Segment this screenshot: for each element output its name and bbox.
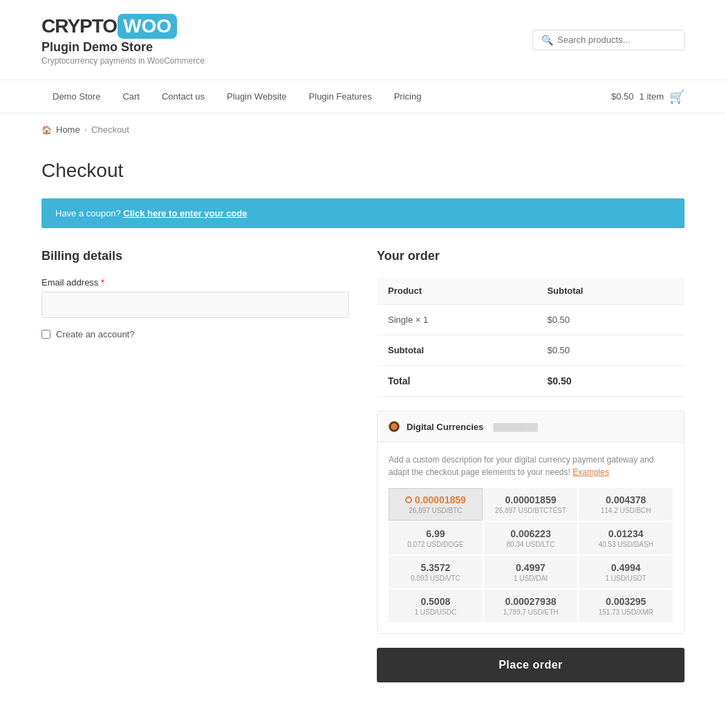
order-title: Your order [377, 249, 685, 263]
crypto-btc[interactable]: 0.00001859 26,897 USD/BTC [389, 488, 483, 521]
payment-label: Digital Currencies [407, 422, 483, 432]
logo-tagline: Cryptocurrency payments in WooCommerce [41, 56, 205, 66]
create-account-label[interactable]: Create an account? [56, 329, 134, 339]
total-value: $0.50 [536, 366, 685, 397]
nav-plugin-features[interactable]: Plugin Features [298, 80, 383, 113]
nav-pricing[interactable]: Pricing [383, 80, 433, 113]
crypto-ltc[interactable]: 0.006223 80.34 USD/LTC [484, 522, 578, 554]
total-row: Total $0.50 [377, 366, 685, 397]
search-box[interactable]: 🔍 [532, 30, 685, 50]
crypto-dai[interactable]: 0.4997 1 USD/DAI [484, 556, 578, 588]
nav-cart[interactable]: Cart [111, 80, 151, 113]
payment-radio[interactable] [389, 421, 400, 432]
subtotal-label: Subtotal [377, 335, 536, 366]
crypto-usdt[interactable]: 0.4994 1 USD/USDT [579, 556, 673, 588]
logo-subtitle: Plugin Demo Store [41, 40, 205, 55]
crypto-btctest[interactable]: 0.00001859 26,897 USD/BTCTEST [484, 488, 578, 521]
main-content: Checkout Have a coupon? Click here to en… [0, 146, 726, 710]
cart-price: $0.50 [611, 91, 634, 102]
site-header: CRYPTO WOO Plugin Demo Store Cryptocurre… [0, 0, 726, 80]
billing-title: Billing details [41, 249, 349, 263]
crypto-dash[interactable]: 0.01234 40.53 USD/DASH [579, 522, 673, 554]
breadcrumb-current: Checkout [91, 124, 129, 135]
crypto-eth[interactable]: 0.00027938 1,789.7 USD/ETH [484, 590, 578, 622]
place-order-button[interactable]: Place order [377, 648, 685, 682]
payment-option[interactable]: Digital Currencies ▓▓▓▓▓▓▓▓ [378, 411, 684, 442]
product-subtotal: $0.50 [536, 305, 685, 335]
payment-section: Digital Currencies ▓▓▓▓▓▓▓▓ Add a custom… [377, 411, 685, 634]
cart-icon: 🛒 [669, 89, 685, 104]
page-title: Checkout [41, 160, 685, 182]
nav-links: Demo Store Cart Contact us Plugin Websit… [41, 80, 432, 113]
col-product: Product [377, 277, 536, 305]
order-section: Your order Product Subtotal Single × 1 $… [377, 249, 685, 682]
email-group: Email address * [41, 277, 349, 318]
search-icon: 🔍 [541, 35, 553, 46]
payment-body: Add a custom description for your digita… [378, 442, 684, 633]
crypto-usdc[interactable]: 0.5008 1 USD/USDC [389, 590, 483, 622]
crypto-bch[interactable]: 0.004378 114.2 USD/BCH [579, 488, 673, 521]
cart-info[interactable]: $0.50 1 item 🛒 [611, 89, 685, 104]
nav-demo-store[interactable]: Demo Store [41, 80, 111, 113]
cart-items: 1 item [640, 91, 664, 102]
subtotal-row: Subtotal $0.50 [377, 335, 685, 366]
product-name: Single × 1 [377, 305, 536, 335]
crypto-doge[interactable]: 6.99 0.072 USD/DOGE [389, 522, 483, 554]
total-label: Total [377, 366, 536, 397]
crypto-vtc[interactable]: 5.3572 0.093 USD/VTC [389, 556, 483, 588]
logo: CRYPTO WOO [41, 14, 205, 39]
col-subtotal: Subtotal [536, 277, 685, 305]
breadcrumb-separator: › [84, 124, 87, 135]
header-right: 🔍 [532, 30, 685, 50]
main-nav: Demo Store Cart Contact us Plugin Websit… [0, 80, 726, 113]
order-table: Product Subtotal Single × 1 $0.50 Subtot… [377, 277, 685, 397]
coupon-link[interactable]: Click here to enter your code [123, 208, 247, 218]
crypto-xmr[interactable]: 0.003295 151.73 USD/XMR [579, 590, 673, 622]
search-input[interactable] [557, 35, 676, 45]
nav-contact[interactable]: Contact us [151, 80, 216, 113]
create-account-row: Create an account? [41, 329, 349, 339]
examples-link[interactable]: Examples [573, 467, 609, 477]
logo-area: CRYPTO WOO Plugin Demo Store Cryptocurre… [41, 14, 205, 66]
create-account-checkbox[interactable] [41, 330, 50, 339]
logo-woo: WOO [118, 14, 177, 39]
subtotal-value: $0.50 [536, 335, 685, 366]
coupon-text: Have a coupon? [55, 208, 121, 218]
checkout-grid: Billing details Email address * Create a… [41, 249, 685, 682]
breadcrumb: 🏠 Home › Checkout [0, 113, 726, 146]
billing-section: Billing details Email address * Create a… [41, 249, 349, 682]
email-input[interactable] [41, 292, 349, 318]
email-label: Email address * [41, 277, 349, 288]
crypto-grid: 0.00001859 26,897 USD/BTC 0.00001859 26,… [389, 488, 673, 622]
breadcrumb-home[interactable]: Home [56, 124, 80, 135]
nav-plugin-website[interactable]: Plugin Website [216, 80, 297, 113]
home-icon: 🏠 [41, 125, 52, 135]
table-row: Single × 1 $0.50 [377, 305, 685, 335]
payment-label-grey: ▓▓▓▓▓▓▓▓ [493, 422, 537, 431]
email-required: * [101, 277, 104, 288]
logo-crypto: CRYPTO [41, 15, 117, 37]
coupon-banner: Have a coupon? Click here to enter your … [41, 198, 685, 228]
payment-desc: Add a custom description for your digita… [389, 454, 673, 478]
